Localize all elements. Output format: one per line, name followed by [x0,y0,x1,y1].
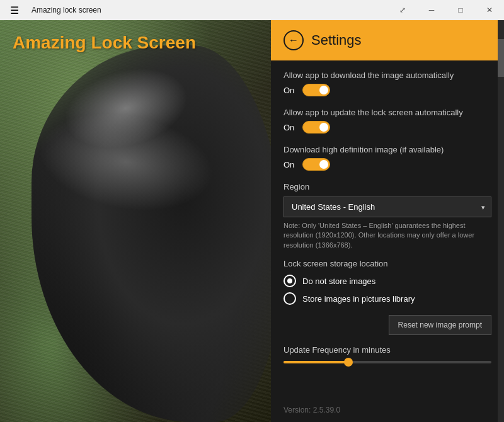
window-controls: ⤢ ─ □ ✕ [388,0,504,20]
frequency-slider-thumb[interactable] [344,358,353,367]
hamburger-menu-button[interactable]: ☰ [0,0,29,20]
region-select-wrapper: United States - English United Kingdom -… [284,197,491,217]
high-def-toggle[interactable] [302,158,330,171]
minimize-button[interactable]: ─ [417,0,446,20]
auto-download-state: On [284,86,296,95]
region-label: Region [284,182,491,191]
high-def-state: On [284,160,296,169]
scrollbar-thumb[interactable] [498,39,504,77]
main-area: Amazing Lock Screen ← Settings Allow app… [0,20,504,422]
reset-new-image-prompt-button[interactable]: Reset new image prompt [389,315,491,335]
radio-pictures-library[interactable]: Store images in pictures library [284,292,491,305]
restore-button[interactable]: ⤢ [388,0,417,20]
auto-download-setting: Allow app to download the image automati… [284,71,491,96]
close-icon: ✕ [486,6,493,14]
app-title-titlebar: Amazing lock screen [29,6,388,14]
close-button[interactable]: ✕ [475,0,504,20]
storage-section: Lock screen storage location Do not stor… [284,259,491,305]
high-def-toggle-row: On [284,158,491,171]
region-note: Note: Only 'United States – English' gua… [284,221,491,250]
settings-content[interactable]: Allow app to download the image automati… [271,60,504,401]
scrollbar[interactable] [498,20,504,422]
high-def-setting: Download high definition image (if avail… [284,145,491,171]
maximize-button[interactable]: □ [446,0,475,20]
settings-header: ← Settings [271,20,504,60]
frequency-label: Update Frequency in minutes [284,345,491,355]
restore-icon: ⤢ [399,6,406,14]
back-button[interactable]: ← [284,30,304,50]
frequency-slider-track [284,361,491,363]
left-panel: Amazing Lock Screen [0,20,271,422]
menu-icon: ☰ [10,4,19,16]
titlebar: ☰ Amazing lock screen ⤢ ─ □ ✕ [0,0,504,20]
radio-no-store[interactable]: Do not store images [284,275,491,287]
auto-download-toggle[interactable] [302,84,330,96]
auto-update-label: Allow app to update the lock screen auto… [284,108,491,117]
storage-label: Lock screen storage location [284,259,491,268]
auto-update-toggle-row: On [284,121,491,134]
frequency-slider-fill [284,361,346,363]
frequency-section: Update Frequency in minutes [284,345,491,363]
settings-title: Settings [311,32,362,48]
version-text: Version: 2.5.39.0 [271,401,504,422]
region-section: Region United States - English United Ki… [284,182,491,250]
app-title-main: Amazing Lock Screen [13,33,196,53]
auto-download-label: Allow app to download the image automati… [284,71,491,80]
radio-no-store-circle [284,275,296,287]
radio-pictures-library-label: Store images in pictures library [302,294,415,304]
maximize-icon: □ [458,6,462,14]
reset-btn-row: Reset new image prompt [284,315,491,335]
radio-no-store-label: Do not store images [302,277,375,286]
auto-update-toggle[interactable] [302,121,330,134]
region-select[interactable]: United States - English United Kingdom -… [284,197,491,217]
auto-download-toggle-row: On [284,84,491,96]
background-image [0,20,271,422]
right-panel: ← Settings Allow app to download the ima… [271,20,504,422]
radio-pictures-library-circle [284,292,296,305]
auto-update-setting: Allow app to update the lock screen auto… [284,108,491,134]
auto-update-state: On [284,123,296,132]
back-icon: ← [289,35,299,46]
high-def-label: Download high definition image (if avail… [284,145,491,154]
minimize-icon: ─ [429,6,435,14]
